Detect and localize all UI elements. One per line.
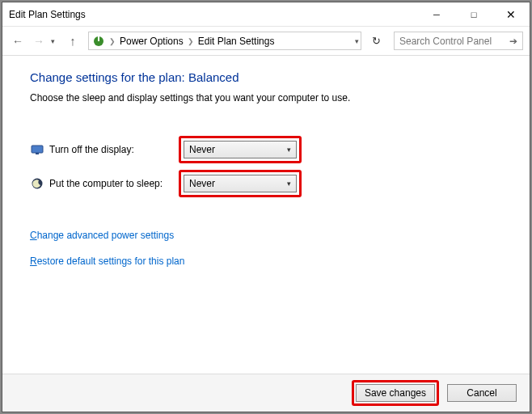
footer: Save changes Cancel	[2, 374, 530, 412]
breadcrumb[interactable]: ❯ Power Options ❯ Edit Plan Settings ▾	[88, 32, 361, 50]
display-icon	[30, 142, 44, 157]
maximize-button[interactable]: □	[455, 2, 492, 27]
titlebar: Edit Plan Settings ─ □ ✕	[2, 2, 530, 27]
svg-rect-2	[32, 146, 43, 153]
nav-history-dropdown[interactable]: ▾	[51, 37, 61, 45]
save-button[interactable]: Save changes	[356, 384, 435, 402]
breadcrumb-level2[interactable]: Edit Plan Settings	[198, 36, 275, 47]
power-options-icon	[92, 35, 105, 48]
sleep-timeout-value: Never	[189, 178, 215, 189]
links-section: Change advanced power settings Restore d…	[30, 230, 510, 267]
setting-row-sleep: Put the computer to sleep: Never ▾	[30, 167, 510, 201]
svg-rect-1	[98, 36, 99, 41]
search-icon: ➔	[509, 36, 517, 47]
sleep-timeout-select[interactable]: Never ▾	[184, 175, 297, 192]
content-area: Change settings for the plan: Balanced C…	[2, 56, 530, 374]
display-label: Turn off the display:	[49, 144, 179, 155]
breadcrumb-dropdown-icon[interactable]: ▾	[355, 32, 359, 49]
minimize-button[interactable]: ─	[418, 2, 455, 27]
close-button[interactable]: ✕	[492, 2, 530, 27]
restore-defaults-link[interactable]: Restore default settings for this plan	[30, 256, 510, 267]
display-timeout-value: Never	[189, 144, 215, 155]
nav-back-button[interactable]: ←	[9, 32, 27, 50]
cancel-button[interactable]: Cancel	[447, 384, 517, 402]
setting-row-display: Turn off the display: Never ▾	[30, 133, 510, 167]
page-subtitle: Choose the sleep and display settings th…	[30, 92, 510, 104]
display-timeout-select[interactable]: Never ▾	[184, 141, 297, 158]
window: Edit Plan Settings ─ □ ✕ ← → ▾ ↑ ❯ Power…	[2, 2, 530, 412]
search-input[interactable]: Search Control Panel ➔	[394, 32, 523, 50]
chevron-down-icon: ▾	[287, 146, 291, 154]
breadcrumb-separator-icon: ❯	[107, 37, 118, 45]
sleep-label: Put the computer to sleep:	[49, 178, 179, 189]
svg-rect-3	[36, 153, 39, 154]
nav-up-button[interactable]: ↑	[64, 32, 82, 50]
page-title: Change settings for the plan: Balanced	[30, 70, 510, 84]
navbar: ← → ▾ ↑ ❯ Power Options ❯ Edit Plan Sett…	[2, 27, 530, 56]
sleep-icon	[30, 176, 44, 191]
window-title: Edit Plan Settings	[9, 9, 418, 20]
refresh-button[interactable]: ↻	[366, 32, 386, 50]
breadcrumb-level1[interactable]: Power Options	[120, 36, 184, 47]
chevron-down-icon: ▾	[287, 180, 291, 188]
nav-forward-button[interactable]: →	[30, 32, 48, 50]
highlight-box: Save changes	[352, 380, 439, 406]
search-placeholder: Search Control Panel	[399, 36, 492, 47]
breadcrumb-separator-icon: ❯	[185, 37, 196, 45]
highlight-box: Never ▾	[179, 136, 302, 163]
highlight-box: Never ▾	[179, 170, 302, 197]
advanced-power-settings-link[interactable]: Change advanced power settings	[30, 230, 510, 241]
